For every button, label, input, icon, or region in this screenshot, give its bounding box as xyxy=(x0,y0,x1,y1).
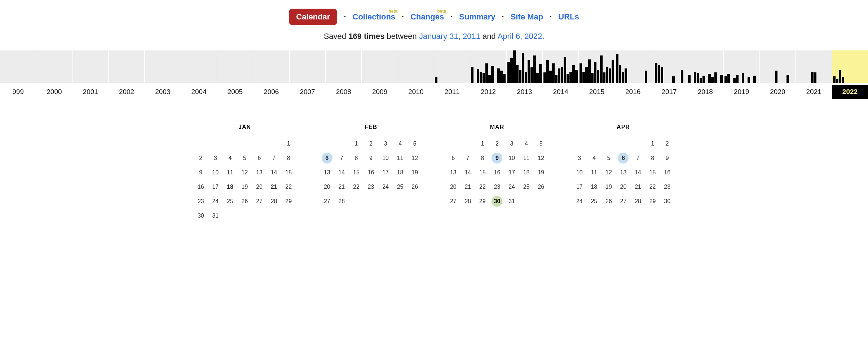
day-4[interactable]: 4 xyxy=(225,153,235,164)
day-12[interactable]: 12 xyxy=(239,167,250,178)
year-label-2013[interactable]: 2013 xyxy=(506,85,542,99)
day-1[interactable]: 1 xyxy=(647,138,658,149)
year-label-2010[interactable]: 2010 xyxy=(398,85,434,99)
year-column-2012[interactable] xyxy=(470,50,506,83)
last-capture-link[interactable]: April 6, 2022 xyxy=(498,32,542,41)
day-15[interactable]: 15 xyxy=(351,167,362,178)
day-31[interactable]: 31 xyxy=(210,210,221,221)
year-label-2007[interactable]: 2007 xyxy=(289,85,325,99)
day-17[interactable]: 17 xyxy=(506,167,517,178)
day-19[interactable]: 19 xyxy=(409,167,420,178)
year-label-2015[interactable]: 2015 xyxy=(579,85,615,99)
day-20[interactable]: 20 xyxy=(618,182,629,192)
year-label-2021[interactable]: 2021 xyxy=(796,85,832,99)
year-column-999[interactable] xyxy=(0,50,36,83)
day-15[interactable]: 15 xyxy=(647,167,658,178)
day-24[interactable]: 24 xyxy=(574,196,585,207)
day-9[interactable]: 9 xyxy=(492,153,502,164)
year-label-2005[interactable]: 2005 xyxy=(217,85,253,99)
day-2[interactable]: 2 xyxy=(662,138,673,149)
day-24[interactable]: 24 xyxy=(380,182,391,192)
day-17[interactable]: 17 xyxy=(574,182,585,192)
day-8[interactable]: 8 xyxy=(647,153,658,164)
day-8[interactable]: 8 xyxy=(351,153,362,164)
day-26[interactable]: 26 xyxy=(536,182,546,192)
year-column-2005[interactable] xyxy=(217,50,253,83)
year-label-2012[interactable]: 2012 xyxy=(470,85,506,99)
day-3[interactable]: 3 xyxy=(574,153,585,164)
day-15[interactable]: 15 xyxy=(283,167,294,178)
year-label-2004[interactable]: 2004 xyxy=(181,85,217,99)
day-1[interactable]: 1 xyxy=(283,138,294,149)
year-column-2001[interactable] xyxy=(72,50,108,83)
day-22[interactable]: 22 xyxy=(477,182,488,192)
year-column-2011[interactable] xyxy=(434,50,470,83)
day-21[interactable]: 21 xyxy=(462,182,473,192)
day-9[interactable]: 9 xyxy=(195,167,206,178)
day-21[interactable]: 21 xyxy=(269,182,279,192)
day-11[interactable]: 11 xyxy=(395,153,406,164)
day-23[interactable]: 23 xyxy=(365,182,376,192)
day-17[interactable]: 17 xyxy=(210,182,221,192)
year-label-2011[interactable]: 2011 xyxy=(434,85,470,99)
year-label-2018[interactable]: 2018 xyxy=(687,85,723,99)
day-20[interactable]: 20 xyxy=(322,182,332,192)
day-20[interactable]: 20 xyxy=(448,182,459,192)
day-26[interactable]: 26 xyxy=(603,196,614,207)
year-column-2021[interactable] xyxy=(796,50,832,83)
day-27[interactable]: 27 xyxy=(254,196,265,207)
day-14[interactable]: 14 xyxy=(269,167,279,178)
tab-collections[interactable]: Collectionsbeta xyxy=(353,12,396,22)
day-4[interactable]: 4 xyxy=(395,138,406,149)
year-column-2000[interactable] xyxy=(36,50,72,83)
year-label-2003[interactable]: 2003 xyxy=(145,85,181,99)
day-12[interactable]: 12 xyxy=(603,167,614,178)
day-24[interactable]: 24 xyxy=(506,182,517,192)
day-13[interactable]: 13 xyxy=(448,167,459,178)
day-3[interactable]: 3 xyxy=(380,138,391,149)
day-9[interactable]: 9 xyxy=(365,153,376,164)
day-7[interactable]: 7 xyxy=(633,153,643,164)
day-8[interactable]: 8 xyxy=(477,153,488,164)
year-column-2004[interactable] xyxy=(181,50,217,83)
year-column-2008[interactable] xyxy=(325,50,361,83)
year-column-2003[interactable] xyxy=(144,50,180,83)
day-5[interactable]: 5 xyxy=(409,138,420,149)
tab-site-map[interactable]: Site Map xyxy=(511,12,543,22)
day-27[interactable]: 27 xyxy=(618,196,629,207)
year-column-2022[interactable] xyxy=(832,50,868,83)
day-22[interactable]: 22 xyxy=(283,182,294,192)
day-18[interactable]: 18 xyxy=(225,182,235,192)
day-18[interactable]: 18 xyxy=(589,182,599,192)
year-column-2016[interactable] xyxy=(615,50,651,83)
day-14[interactable]: 14 xyxy=(336,167,347,178)
day-28[interactable]: 28 xyxy=(633,196,643,207)
year-column-2015[interactable] xyxy=(578,50,614,83)
day-19[interactable]: 19 xyxy=(536,167,546,178)
year-label-2000[interactable]: 2000 xyxy=(36,85,72,99)
day-8[interactable]: 8 xyxy=(283,153,294,164)
year-label-2008[interactable]: 2008 xyxy=(326,85,362,99)
day-25[interactable]: 25 xyxy=(225,196,235,207)
year-column-2013[interactable] xyxy=(506,50,542,83)
day-25[interactable]: 25 xyxy=(589,196,599,207)
day-2[interactable]: 2 xyxy=(365,138,376,149)
day-23[interactable]: 23 xyxy=(195,196,206,207)
day-4[interactable]: 4 xyxy=(589,153,599,164)
year-column-2009[interactable] xyxy=(361,50,397,83)
day-25[interactable]: 25 xyxy=(521,182,532,192)
tab-urls[interactable]: URLs xyxy=(558,12,579,22)
day-19[interactable]: 19 xyxy=(603,182,614,192)
day-2[interactable]: 2 xyxy=(492,138,502,149)
day-26[interactable]: 26 xyxy=(409,182,420,192)
day-20[interactable]: 20 xyxy=(254,182,265,192)
day-2[interactable]: 2 xyxy=(195,153,206,164)
day-29[interactable]: 29 xyxy=(283,196,294,207)
day-23[interactable]: 23 xyxy=(492,182,502,192)
day-14[interactable]: 14 xyxy=(462,167,473,178)
day-16[interactable]: 16 xyxy=(195,182,206,192)
day-4[interactable]: 4 xyxy=(521,138,532,149)
year-label-2017[interactable]: 2017 xyxy=(651,85,687,99)
day-30[interactable]: 30 xyxy=(662,196,673,207)
day-29[interactable]: 29 xyxy=(647,196,658,207)
